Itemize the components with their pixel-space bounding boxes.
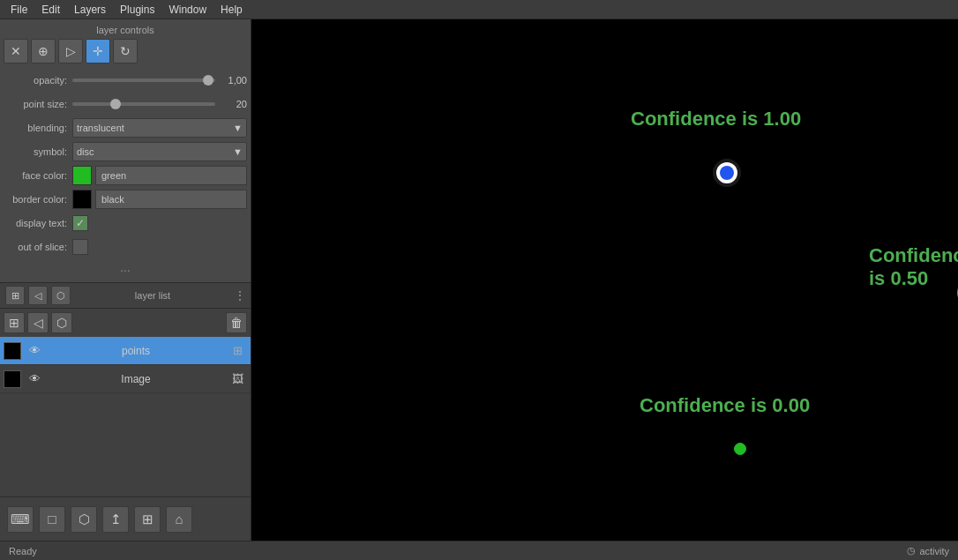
- out-of-slice-input: [72, 239, 247, 255]
- blending-value: translucent: [77, 123, 124, 133]
- layer-list-menu-icon[interactable]: ⋮: [235, 289, 245, 302]
- layer-eye-image[interactable]: 👁: [25, 370, 44, 389]
- layer-list-action2[interactable]: ◁: [27, 312, 49, 333]
- point-size-label: point size:: [4, 99, 72, 109]
- opacity-row: opacity: 1,00: [4, 71, 247, 90]
- point-size-slider-track[interactable]: [72, 102, 215, 106]
- symbol-chevron-icon: ▼: [233, 146, 243, 157]
- out-of-slice-checkbox[interactable]: [72, 239, 88, 255]
- layer-thumb-points: [4, 342, 21, 360]
- layer-list-panel: ⊞ ◁ ⬡ layer list ⋮ ⊞ ◁ ⬡ 🗑 👁 points: [0, 283, 251, 497]
- activity-label: activity: [919, 546, 949, 556]
- confidence-label-1: Confidence is 1.00: [631, 108, 801, 131]
- symbol-dropdown[interactable]: disc ▼: [72, 142, 247, 161]
- more-controls-indicator: ···: [4, 261, 247, 279]
- select-tool-btn[interactable]: ▷: [58, 39, 83, 63]
- menubar: File Edit Layers Plugins Window Help: [0, 0, 958, 19]
- toolbar-home-icon[interactable]: ⌂: [166, 506, 192, 533]
- out-of-slice-row: out of slice:: [4, 237, 247, 257]
- layer-item-image[interactable]: 👁 Image 🖼: [0, 365, 251, 393]
- layer-controls-icons: ✕ ⊕ ▷ ✛ ↻: [4, 39, 247, 63]
- confidence-label-2: Confidence is 0.50: [869, 244, 958, 290]
- left-panel: layer controls ✕ ⊕ ▷ ✛ ↻ opacity: 1,00: [0, 19, 251, 541]
- border-color-row: border color: black: [4, 190, 247, 209]
- symbol-input: disc ▼: [72, 142, 247, 161]
- toolbar-rect-icon[interactable]: □: [39, 506, 65, 533]
- menu-help[interactable]: Help: [213, 2, 250, 18]
- face-color-swatch[interactable]: [72, 166, 92, 185]
- face-color-input: green: [72, 166, 247, 185]
- layer-delete-btn[interactable]: 🗑: [226, 312, 247, 333]
- layer-list-triangle-icon[interactable]: ◁: [28, 286, 48, 305]
- toolbar-hex-icon[interactable]: ⬡: [71, 506, 97, 533]
- opacity-slider-thumb[interactable]: [203, 75, 213, 86]
- symbol-value: disc: [77, 146, 94, 157]
- close-layer-btn[interactable]: ✕: [4, 39, 28, 63]
- layer-name-points: points: [44, 345, 228, 357]
- toolbar-upload-icon[interactable]: ↥: [102, 506, 129, 533]
- status-ready: Ready: [9, 546, 37, 556]
- opacity-input: 1,00: [72, 75, 247, 86]
- confidence-label-3: Confidence is 0.00: [640, 394, 810, 417]
- display-text-row: display text: ✓: [4, 213, 247, 233]
- border-color-value[interactable]: black: [95, 190, 247, 209]
- border-color-input: black: [72, 190, 247, 209]
- point-size-row: point size: 20: [4, 94, 247, 114]
- activity-icon: ◷: [907, 545, 916, 556]
- opacity-value: 1,00: [219, 75, 247, 86]
- blending-input: translucent ▼: [72, 118, 247, 138]
- add-layer-btn[interactable]: ⊕: [31, 39, 56, 63]
- face-color-label: face color:: [4, 170, 72, 181]
- face-color-value[interactable]: green: [95, 166, 247, 185]
- move-tool-btn[interactable]: ✛: [86, 39, 110, 63]
- point-size-value: 20: [219, 99, 247, 109]
- border-color-label: border color:: [4, 194, 72, 205]
- menu-plugins[interactable]: Plugins: [113, 2, 161, 18]
- layer-list-actions: ⊞ ◁ ⬡ 🗑: [0, 309, 251, 337]
- blending-dropdown[interactable]: translucent ▼: [72, 118, 247, 138]
- layer-list-poly-icon[interactable]: ⬡: [51, 286, 71, 305]
- layer-list-title: layer list: [135, 290, 170, 301]
- menu-file[interactable]: File: [4, 2, 34, 18]
- bottom-toolbar: ⌨ □ ⬡ ↥ ⊞ ⌂: [0, 497, 251, 541]
- layer-list-action1[interactable]: ⊞: [4, 312, 25, 333]
- transform-tool-btn[interactable]: ↻: [113, 39, 138, 63]
- confidence-dot-3: [734, 443, 746, 455]
- display-text-input: ✓: [72, 215, 247, 231]
- face-color-row: face color: green: [4, 166, 247, 185]
- layer-list-left-icons: ⊞ ◁ ⬡: [5, 286, 71, 305]
- panel-controls-title: layer controls: [96, 25, 153, 35]
- confidence-dot-1: [713, 159, 741, 187]
- layer-thumb-image: [4, 370, 21, 388]
- display-text-checkbox[interactable]: ✓: [72, 215, 88, 231]
- menu-edit[interactable]: Edit: [34, 2, 67, 18]
- menu-layers[interactable]: Layers: [67, 2, 113, 18]
- symbol-row: symbol: disc ▼: [4, 142, 247, 161]
- layer-name-image: Image: [44, 373, 228, 385]
- toolbar-grid-icon[interactable]: ⊞: [134, 506, 161, 533]
- layer-icon-right-points: ⊞: [228, 341, 247, 361]
- layer-item-points[interactable]: 👁 points ⊞: [0, 337, 251, 365]
- confidence-dot-1-inner: [720, 166, 734, 180]
- status-right: ◷ activity: [907, 545, 949, 556]
- layer-controls-panel: layer controls ✕ ⊕ ▷ ✛ ↻ opacity: 1,00: [0, 19, 251, 283]
- statusbar: Ready ◷ activity: [0, 541, 958, 560]
- opacity-slider-track[interactable]: [72, 78, 215, 82]
- opacity-label: opacity:: [4, 75, 72, 86]
- blending-row: blending: translucent ▼: [4, 118, 247, 138]
- menu-window[interactable]: Window: [161, 2, 213, 18]
- layer-eye-points[interactable]: 👁: [25, 341, 44, 361]
- toolbar-terminal-icon[interactable]: ⌨: [7, 506, 34, 533]
- point-size-slider-thumb[interactable]: [110, 99, 121, 109]
- layer-list-action3[interactable]: ⬡: [51, 312, 72, 333]
- layer-list-grid-icon[interactable]: ⊞: [5, 286, 25, 305]
- main-layout: layer controls ✕ ⊕ ▷ ✛ ↻ opacity: 1,00: [0, 19, 958, 541]
- blending-chevron-icon: ▼: [233, 123, 243, 133]
- symbol-label: symbol:: [4, 146, 72, 157]
- display-text-label: display text:: [4, 218, 72, 228]
- layer-icon-right-image: 🖼: [228, 370, 247, 389]
- canvas-area[interactable]: Confidence is 1.00 Confidence is 0.50 Co…: [251, 19, 958, 541]
- layer-list-title-bar: ⊞ ◁ ⬡ layer list ⋮: [0, 283, 251, 309]
- point-size-input: 20: [72, 99, 247, 109]
- border-color-swatch[interactable]: [72, 190, 92, 209]
